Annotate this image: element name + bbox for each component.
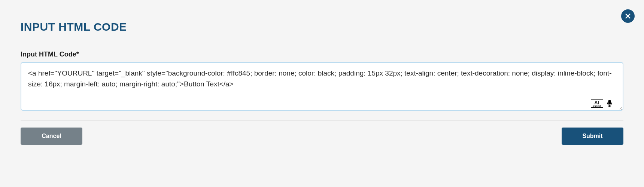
ai-assist-button[interactable]: AI ASSIST — [591, 99, 603, 108]
button-row: Cancel Submit — [21, 120, 623, 145]
textarea-tools: AI ASSIST — [591, 99, 613, 108]
cancel-button[interactable]: Cancel — [21, 128, 82, 145]
ai-assist-bottom-label: ASSIST — [593, 105, 601, 107]
field-label: Input HTML Code* — [21, 50, 623, 58]
close-icon — [625, 13, 631, 19]
textarea-wrapper: AI ASSIST — [21, 62, 623, 112]
input-html-modal: INPUT HTML CODE Input HTML Code* AI ASSI… — [0, 0, 644, 156]
close-button[interactable] — [621, 9, 635, 23]
ai-assist-top-label: AI — [594, 100, 599, 105]
submit-button[interactable]: Submit — [562, 128, 623, 145]
microphone-icon[interactable] — [606, 99, 613, 108]
divider — [21, 41, 623, 41]
html-code-textarea[interactable] — [21, 62, 623, 111]
modal-title: INPUT HTML CODE — [21, 21, 623, 33]
